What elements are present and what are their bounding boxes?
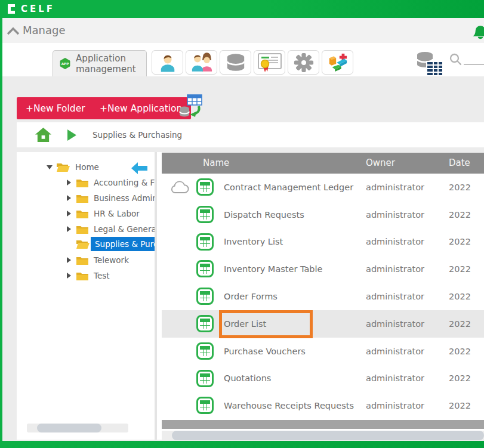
new-application-button[interactable]: +New Application <box>91 97 191 119</box>
open-folder-icon <box>76 239 90 249</box>
sidebar-item-label[interactable]: Business Administ <box>94 193 155 203</box>
app-name[interactable]: Purchase Vouchers <box>224 347 306 356</box>
sidebar-item-accounting[interactable]: Accounting & Fina <box>67 175 155 190</box>
sidebar-item-home[interactable]: Home <box>47 160 99 174</box>
user-icon <box>159 52 177 72</box>
search-input[interactable] <box>464 64 484 65</box>
sidebar-item-label[interactable]: HR & Labor <box>94 209 140 218</box>
table-row[interactable]: Warehouse Receipts Requests administrato… <box>162 392 484 419</box>
gear-icon <box>294 52 314 73</box>
app-table-icon <box>196 315 214 332</box>
app-owner: administrator <box>366 237 424 246</box>
page-title: Manage <box>23 24 66 36</box>
app-name[interactable]: Inventory List <box>224 237 283 246</box>
table-row[interactable]: Order Forms administrator 2022 <box>162 283 484 310</box>
table-hscrollbar-thumb[interactable] <box>172 431 484 440</box>
sidebar-hscrollbar[interactable] <box>27 424 128 432</box>
table-row[interactable]: Inventory Master Table administrator 202… <box>162 255 484 283</box>
folder-icon <box>76 271 89 281</box>
database-import-icon[interactable] <box>178 94 204 117</box>
sidebar-item-label[interactable]: Telework <box>94 255 129 265</box>
app-owner: administrator <box>366 183 424 192</box>
database-icon <box>226 53 246 72</box>
sidebar-item-supplies[interactable]: Supplies & Purcha <box>67 237 155 251</box>
celf-logo-icon <box>6 4 17 14</box>
tab-database[interactable] <box>220 50 251 75</box>
tab-group-management[interactable] <box>186 50 217 75</box>
app-owner: administrator <box>366 373 424 383</box>
app-table-icon <box>196 206 214 223</box>
manage-bar: Manage <box>0 18 484 44</box>
search-icon[interactable] <box>449 53 462 66</box>
caret-right-icon[interactable] <box>67 226 71 232</box>
cloud-icon <box>169 181 190 194</box>
breadcrumb-arrow-icon <box>67 129 76 141</box>
column-header-name[interactable]: Name <box>203 153 229 174</box>
sidebar-item-business[interactable]: Business Administ <box>67 191 155 205</box>
caret-right-icon[interactable] <box>67 211 71 217</box>
sidebar-item-legal[interactable]: Legal & General A <box>67 222 155 236</box>
sidebar-item-hr-labor[interactable]: HR & Labor <box>67 206 140 221</box>
table-row-order-list[interactable]: Order List administrator 2022 <box>162 310 484 338</box>
folder-icon <box>76 209 89 219</box>
sidebar-item-telework[interactable]: Telework <box>67 253 129 267</box>
home-icon[interactable] <box>35 126 52 144</box>
app-owner: administrator <box>366 210 424 220</box>
app-name[interactable]: Order Forms <box>224 292 278 301</box>
certificate-icon <box>258 52 282 72</box>
highlight-box-order-list <box>219 310 313 338</box>
sidebar-item-label[interactable]: Legal & General A <box>94 224 155 234</box>
svg-text:APP: APP <box>61 62 69 66</box>
column-header-date[interactable]: Date <box>449 153 470 174</box>
caret-right-icon[interactable] <box>67 180 71 186</box>
users-icon <box>190 52 213 72</box>
app-date: 2022 <box>449 292 484 301</box>
breadcrumb: Supplies & Purchasing <box>17 122 484 147</box>
tab-settings[interactable] <box>288 50 319 75</box>
app-owner: administrator <box>366 292 424 301</box>
folder-icon <box>76 224 89 234</box>
bell-icon[interactable] <box>471 23 484 40</box>
app-window: CELF Manage APP Application management <box>0 0 484 448</box>
app-date: 2022 <box>449 347 484 356</box>
caret-right-icon[interactable] <box>67 257 71 263</box>
app-hexagon-icon: APP <box>60 54 70 73</box>
table-row[interactable]: Purchase Vouchers administrator 2022 <box>162 338 484 365</box>
table-row[interactable]: Quotations administrator 2022 <box>162 365 484 393</box>
new-folder-button[interactable]: +New Folder <box>17 97 94 119</box>
tab-user-management[interactable] <box>152 50 183 75</box>
app-name[interactable]: Contract Management Ledger <box>224 183 353 192</box>
chevron-up-icon[interactable] <box>7 27 20 35</box>
app-table-icon <box>196 342 214 360</box>
tab-extensions[interactable] <box>322 50 353 75</box>
sidebar-item-label-selected[interactable]: Supplies & Purcha <box>91 237 155 251</box>
app-name[interactable]: Dispatch Requests <box>224 210 304 220</box>
tab-license[interactable] <box>254 50 285 75</box>
back-arrow-icon[interactable] <box>131 162 147 174</box>
sidebar-item-label[interactable]: Accounting & Fina <box>94 178 155 187</box>
table-footer-bar <box>162 420 484 429</box>
folder-icon <box>76 255 89 265</box>
database-table-icon[interactable] <box>415 51 443 76</box>
table-hscrollbar[interactable] <box>162 431 484 440</box>
app-name[interactable]: Warehouse Receipts Requests <box>224 401 354 410</box>
app-date: 2022 <box>449 210 484 220</box>
app-name[interactable]: Inventory Master Table <box>224 264 323 274</box>
app-owner: administrator <box>366 401 424 410</box>
sidebar-item-label[interactable]: Home <box>75 162 99 172</box>
table-row[interactable]: Contract Management Ledger administrator… <box>162 174 484 201</box>
sidebar-item-test[interactable]: Test <box>67 268 110 283</box>
caret-right-icon[interactable] <box>67 195 71 201</box>
caret-right-icon[interactable] <box>67 273 71 279</box>
sidebar-item-label[interactable]: Test <box>94 271 110 280</box>
column-header-owner[interactable]: Owner <box>366 153 395 174</box>
breadcrumb-path[interactable]: Supplies & Purchasing <box>93 130 182 140</box>
open-folder-icon <box>56 162 70 172</box>
tab-application-management[interactable]: APP Application management <box>53 50 147 76</box>
caret-down-icon[interactable] <box>47 165 53 169</box>
table-row[interactable]: Inventory List administrator 2022 <box>162 228 484 256</box>
sidebar-hscrollbar-thumb[interactable] <box>37 424 101 432</box>
table-row[interactable]: Dispatch Requests administrator 2022 <box>162 201 484 228</box>
app-table-icon <box>196 260 214 277</box>
app-name[interactable]: Quotations <box>224 373 271 383</box>
